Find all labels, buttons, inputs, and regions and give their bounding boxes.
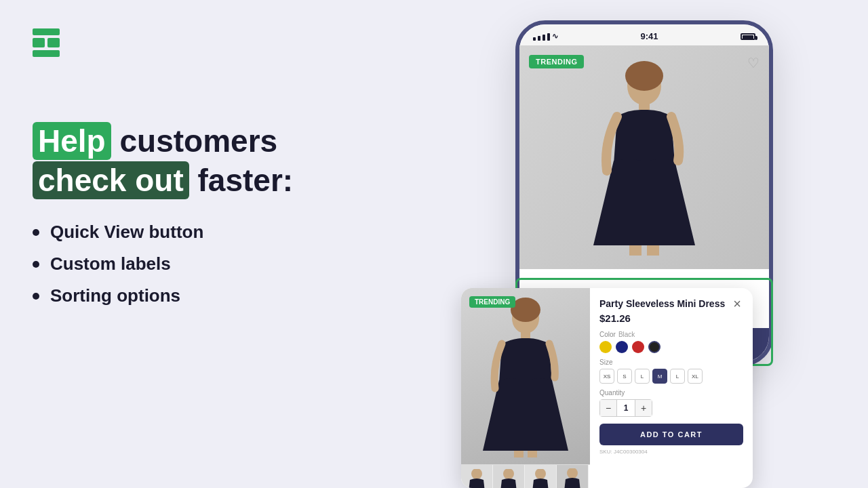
svg-rect-9 bbox=[528, 451, 537, 458]
popup-price: $21.26 bbox=[599, 312, 743, 324]
bullet-quick-view-text: Quick View button bbox=[50, 222, 203, 243]
color-navy[interactable] bbox=[616, 341, 628, 353]
size-xl[interactable]: XL bbox=[688, 369, 703, 384]
left-content: Help customers check out faster: Quick V… bbox=[33, 122, 372, 317]
svg-point-13 bbox=[567, 468, 578, 479]
phone-heart-icon[interactable]: ♡ bbox=[747, 55, 760, 71]
wifi-icon: ∿ bbox=[552, 32, 558, 41]
thumbnail-4[interactable] bbox=[557, 465, 589, 488]
dress-svg bbox=[576, 56, 712, 259]
qty-value: 1 bbox=[616, 400, 635, 416]
svg-rect-2 bbox=[639, 100, 650, 110]
bullet-dot bbox=[33, 229, 39, 236]
quick-view-popup: × TRENDING bbox=[461, 288, 753, 488]
bullet-dot bbox=[33, 261, 39, 268]
bullet-custom-labels-text: Custom labels bbox=[50, 253, 171, 274]
quantity-section: Quantity − 1 + bbox=[599, 389, 743, 417]
svg-point-12 bbox=[535, 469, 546, 479]
size-l[interactable]: L bbox=[670, 369, 685, 384]
popup-content: TRENDING bbox=[461, 288, 753, 488]
color-black[interactable] bbox=[648, 341, 660, 353]
headline: Help customers check out faster: bbox=[33, 122, 372, 200]
color-label: Color bbox=[599, 331, 616, 338]
color-yellow[interactable] bbox=[599, 341, 612, 353]
headline-highlight-help: Help bbox=[33, 122, 111, 160]
thumbnail-2[interactable] bbox=[493, 465, 525, 488]
thumbnail-strip bbox=[461, 464, 590, 488]
phone-product-image: TRENDING ♡ bbox=[519, 45, 769, 269]
svg-rect-8 bbox=[514, 451, 524, 458]
bullet-quick-view: Quick View button bbox=[33, 222, 372, 243]
add-to-cart-button[interactable]: ADD TO CART bbox=[599, 424, 743, 445]
popup-trending-badge: TRENDING bbox=[469, 296, 515, 308]
phone-trending-badge: TRENDING bbox=[529, 55, 584, 68]
headline-highlight-checkout: check out bbox=[33, 161, 189, 199]
svg-rect-3 bbox=[629, 245, 642, 256]
color-hint: Black bbox=[618, 331, 635, 338]
bullet-dot bbox=[33, 293, 39, 300]
color-section: Color Black bbox=[599, 331, 743, 353]
qty-minus-button[interactable]: − bbox=[600, 400, 616, 416]
popup-dress-svg bbox=[475, 295, 576, 458]
status-time: 9:41 bbox=[640, 31, 658, 41]
headline-faster: faster: bbox=[189, 163, 293, 198]
thumbnail-1[interactable] bbox=[461, 465, 493, 488]
size-xs[interactable]: XS bbox=[599, 369, 614, 384]
feature-list: Quick View button Custom labels Sorting … bbox=[33, 222, 372, 306]
size-m[interactable]: M bbox=[652, 369, 667, 384]
size-section: Size XS S L M L XL bbox=[599, 359, 743, 384]
quantity-control: − 1 + bbox=[599, 399, 652, 417]
bullet-sorting-options-text: Sorting options bbox=[50, 285, 180, 306]
svg-point-11 bbox=[503, 469, 514, 479]
qty-plus-button[interactable]: + bbox=[635, 400, 652, 416]
svg-rect-7 bbox=[521, 330, 530, 338]
popup-details: Party Sleeveless Mini Dress $21.26 Color… bbox=[590, 288, 753, 488]
popup-product-image: TRENDING bbox=[461, 288, 590, 488]
svg-rect-4 bbox=[647, 245, 659, 256]
size-l-small[interactable]: L bbox=[635, 369, 650, 384]
app-logo bbox=[33, 28, 60, 53]
color-red[interactable] bbox=[632, 341, 644, 353]
popup-product-title: Party Sleeveless Mini Dress bbox=[599, 298, 743, 310]
color-options bbox=[599, 341, 743, 353]
size-label: Size bbox=[599, 359, 743, 366]
battery-icon bbox=[741, 33, 755, 40]
qty-label: Quantity bbox=[599, 389, 743, 396]
popup-close-button[interactable]: × bbox=[728, 295, 746, 312]
headline-customers: customers bbox=[111, 123, 277, 159]
phone-status-bar: ∿ 9:41 bbox=[519, 24, 769, 45]
svg-point-1 bbox=[625, 61, 663, 91]
thumbnail-3[interactable] bbox=[525, 465, 557, 488]
size-options: XS S L M L XL bbox=[599, 369, 743, 384]
svg-point-10 bbox=[471, 469, 482, 479]
bullet-custom-labels: Custom labels bbox=[33, 253, 372, 274]
bullet-sorting-options: Sorting options bbox=[33, 285, 372, 306]
size-s[interactable]: S bbox=[617, 369, 632, 384]
popup-dress-container bbox=[461, 288, 590, 464]
sku-text: SKU: J4C00300304 bbox=[599, 449, 743, 455]
